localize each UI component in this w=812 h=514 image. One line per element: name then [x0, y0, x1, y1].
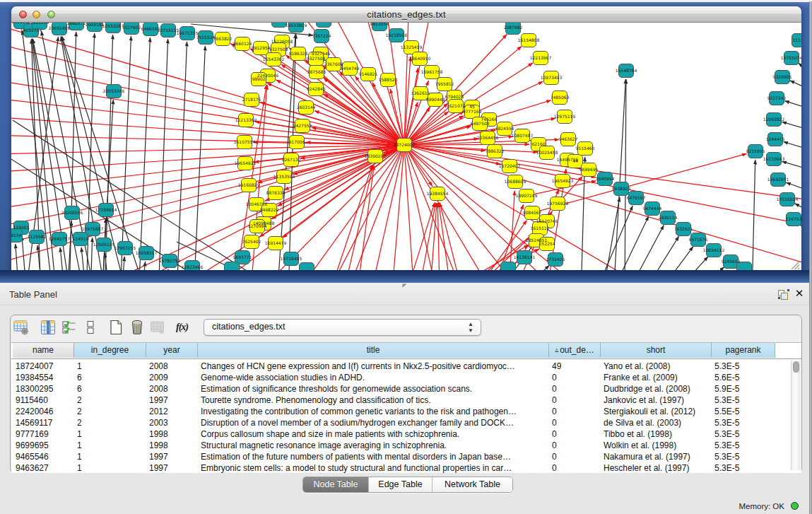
- cell-year[interactable]: 2009: [149, 372, 195, 383]
- cell-year[interactable]: 1998: [149, 440, 195, 451]
- cell-year[interactable]: 2003: [149, 417, 195, 428]
- row-height-icon[interactable]: [83, 320, 98, 335]
- cell-title[interactable]: Embryonic stem cells: a model to study s…: [201, 462, 546, 474]
- column-header-out_de…[interactable]: ▵out_de…: [549, 343, 601, 358]
- table-row[interactable]: 2242004622012Investigating the contribut…: [11, 406, 801, 417]
- cell-year[interactable]: 2008: [149, 361, 195, 372]
- cell-pagerank[interactable]: 5.6E-5: [714, 372, 772, 383]
- panel-divider-handle[interactable]: ◤: [403, 283, 410, 288]
- cell-in_degree[interactable]: 1: [77, 361, 143, 372]
- cell-short[interactable]: Dudbridge et al. (2008): [604, 383, 709, 395]
- table-row[interactable]: 1830029562008Estimation of significance …: [11, 383, 801, 395]
- close-panel-icon[interactable]: ✕: [794, 288, 805, 299]
- canvas-resize-grip[interactable]: [792, 262, 799, 269]
- table-row[interactable]: 1456911722003Disruption of a novel membe…: [11, 417, 801, 428]
- tab-edge-table[interactable]: Edge Table: [369, 477, 433, 492]
- cell-in_degree[interactable]: 1: [77, 451, 143, 462]
- cell-out_degree[interactable]: 0: [552, 395, 598, 406]
- cell-title[interactable]: Tourette syndrome. Phenomenology and cla…: [201, 395, 546, 406]
- cell-in_degree[interactable]: 6: [77, 372, 143, 383]
- cell-title[interactable]: Investigating the contribution of common…: [201, 406, 546, 417]
- tab-node-table[interactable]: Node Table: [303, 477, 369, 492]
- table-panel-titlebar[interactable]: ◤ Table Panel ✕: [0, 283, 810, 305]
- graph-node[interactable]: [272, 23, 287, 28]
- cell-in_degree[interactable]: 6: [77, 383, 143, 395]
- cell-pagerank[interactable]: 5.3E-5: [714, 451, 772, 462]
- cell-name[interactable]: 9699695: [16, 440, 71, 451]
- cell-year[interactable]: 1997: [149, 451, 195, 462]
- table-settings-icon[interactable]: [13, 320, 29, 335]
- cell-in_degree[interactable]: 1: [77, 428, 143, 440]
- cell-out_degree[interactable]: 0: [552, 440, 598, 451]
- cell-out_degree[interactable]: 0: [552, 417, 598, 428]
- graph-node[interactable]: [225, 262, 240, 271]
- delete-column-icon[interactable]: [150, 320, 165, 335]
- delete-table-icon[interactable]: [129, 320, 145, 335]
- float-panel-icon[interactable]: [778, 289, 789, 299]
- cell-name[interactable]: 9463627: [16, 462, 71, 474]
- cell-short[interactable]: de Silva et al. (2003): [604, 417, 709, 428]
- cell-year[interactable]: 1998: [149, 428, 195, 440]
- cell-pagerank[interactable]: 5.9E-5: [714, 383, 772, 395]
- cell-in_degree[interactable]: 2: [77, 395, 143, 406]
- cell-year[interactable]: 1997: [149, 395, 195, 406]
- cell-out_degree[interactable]: 49: [552, 361, 598, 372]
- table-select-dropdown[interactable]: citations_edges.txt ▲▼: [204, 319, 481, 336]
- cell-short[interactable]: Hescheler et al. (1997): [604, 462, 709, 474]
- cell-name[interactable]: 18724007: [16, 361, 71, 372]
- cell-title[interactable]: Structural magnetic resonance image aver…: [201, 440, 546, 451]
- scrollbar-thumb[interactable]: [793, 361, 799, 373]
- cell-out_degree[interactable]: 0: [552, 406, 598, 417]
- cell-title[interactable]: Disruption of a novel member of a sodium…: [201, 417, 546, 428]
- column-header-short[interactable]: short: [601, 343, 712, 358]
- cell-short[interactable]: Wolkin et al. (1998): [604, 440, 709, 451]
- cell-name[interactable]: 9115460: [16, 395, 71, 406]
- cell-title[interactable]: Genome-wide association studies in ADHD.: [201, 372, 546, 383]
- cell-pagerank[interactable]: 5.3E-5: [714, 440, 772, 451]
- graph-node[interactable]: [501, 262, 516, 271]
- cell-title[interactable]: Changes of HCN gene expression and I(f) …: [201, 361, 546, 372]
- cell-pagerank[interactable]: 5.3E-5: [714, 417, 772, 428]
- cell-out_degree[interactable]: 0: [552, 428, 598, 440]
- cell-pagerank[interactable]: 5.3E-5: [714, 462, 772, 474]
- cell-short[interactable]: Franke et al. (2009): [604, 372, 709, 383]
- cell-name[interactable]: 18300295: [16, 383, 71, 395]
- cell-out_degree[interactable]: 0: [552, 372, 598, 383]
- cell-title[interactable]: Estimation of significance thresholds fo…: [201, 383, 546, 395]
- cell-in_degree[interactable]: 1: [77, 440, 143, 451]
- table-vertical-scrollbar[interactable]: [791, 361, 801, 470]
- cell-short[interactable]: Nakamura et al. (1997): [604, 451, 709, 462]
- table-row[interactable]: 1938455462009Genome-wide association stu…: [11, 372, 801, 383]
- cell-name[interactable]: 9465546: [16, 451, 71, 462]
- cell-out_degree[interactable]: 0: [552, 383, 598, 395]
- tab-network-table[interactable]: Network Table: [433, 477, 512, 492]
- select-rows-icon[interactable]: [61, 320, 77, 335]
- cell-name[interactable]: 9777169: [16, 428, 71, 440]
- column-header-year[interactable]: year: [146, 343, 198, 358]
- new-table-icon[interactable]: [108, 320, 124, 335]
- cell-year[interactable]: 1997: [149, 462, 195, 474]
- cell-pagerank[interactable]: 5.3E-5: [714, 395, 772, 406]
- cell-short[interactable]: Jankovic et al. (1997): [604, 395, 709, 406]
- cell-in_degree[interactable]: 2: [77, 406, 143, 417]
- cell-name[interactable]: 14569117: [16, 417, 71, 428]
- network-canvas[interactable]: 2051945140557241903514206914061660571190…: [11, 23, 801, 270]
- table-row[interactable]: 946362711997Embryonic stem cells: a mode…: [11, 462, 801, 474]
- cell-out_degree[interactable]: 0: [552, 451, 598, 462]
- column-header-pagerank[interactable]: pagerank: [712, 343, 775, 358]
- cell-name[interactable]: 19384554: [16, 372, 71, 383]
- column-header-in_degree[interactable]: in_degree: [74, 343, 146, 358]
- graph-node[interactable]: [300, 263, 314, 271]
- table-row[interactable]: 946554611997Estimation of the future num…: [11, 451, 801, 462]
- select-columns-icon[interactable]: [40, 320, 56, 335]
- cell-year[interactable]: 2008: [149, 383, 195, 395]
- column-header-title[interactable]: title: [198, 343, 549, 358]
- function-builder-icon[interactable]: f(x): [176, 320, 192, 335]
- graph-node[interactable]: [317, 23, 331, 28]
- cell-short[interactable]: Yano et al. (2008): [604, 361, 709, 372]
- citation-network-graph[interactable]: 2051945140557241903514206914061660571190…: [11, 23, 801, 270]
- cell-short[interactable]: Tibbo et al. (1998): [604, 428, 709, 440]
- cell-title[interactable]: Estimation of the future numbers of pati…: [201, 451, 546, 462]
- cell-year[interactable]: 2012: [149, 406, 195, 417]
- cell-title[interactable]: Corpus callosum shape and size in male p…: [201, 428, 546, 440]
